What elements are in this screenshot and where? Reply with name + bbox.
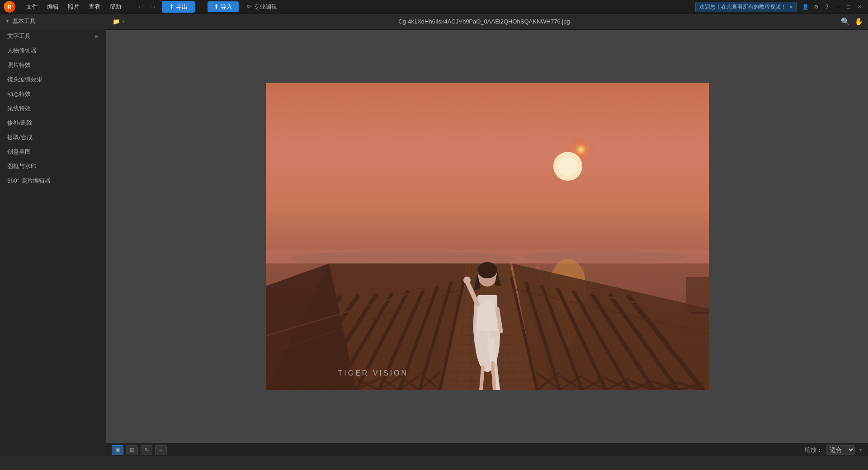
sidebar-item-text-tool[interactable]: 文字工具 ▶ [0,29,106,43]
undo-redo-group: ↩ ↪ [136,1,158,12]
sidebar-item-creative-beauty[interactable]: 创意美图 [0,145,106,159]
sidebar-item-motion-effects[interactable]: 动态特效 [0,87,106,101]
main-area: ▼ 基本工具 文字工具 ▶ 人物修饰器 照片特效 镜头滤镜效果 动态特效 [0,14,868,456]
sidebar-section-basic-tools: ▼ 基本工具 文字工具 ▶ 人物修饰器 照片特效 镜头滤镜效果 动态特效 [0,14,106,188]
menu-bar: 文件 编辑 照片 查看 帮助 [23,2,125,12]
import-icon: ⬆ [214,3,219,10]
view-compare-btn[interactable]: ▤ [126,445,138,455]
view-single-btn[interactable]: ▣ [112,445,123,455]
statusbar: ▣ ▤ ↻ ↔ 缩放： 适合 25% 50% 75% 100% 150% 200… [106,443,868,456]
welcome-close-button[interactable]: × [790,4,793,9]
menu-edit[interactable]: 编辑 [43,2,62,12]
sidebar-item-lens-filter[interactable]: 镜头滤镜效果 [0,72,106,87]
help-button[interactable]: ? [822,2,832,12]
view-flip-btn[interactable]: ↔ [155,445,167,455]
folder-icon: 📁 [113,18,120,25]
mode-tabs: ⬆ 导入 ✏ 专业编辑 [208,1,283,12]
photo-svg: TIGER VISION [266,83,709,390]
welcome-text: 欢迎您！在此查看所有的教程视频！ [699,3,786,11]
canvas-toolbar: 📁 ▼ Cg-4k1XdHh6Ilsk4ACJVb9PaO_0AAEl2QHOh… [106,14,868,30]
export-label: 导出 [176,3,188,11]
import-label: 导入 [221,3,232,11]
sidebar-item-repair-remove[interactable]: 修补/删除 [0,116,106,130]
chevron-right-icon: ▶ [95,34,99,38]
maximize-button[interactable]: □ [844,2,854,12]
tab-import[interactable]: ⬆ 导入 [208,1,239,12]
chevron-down-icon: ▼ [5,19,9,24]
titlebar-right: 欢迎您！在此查看所有的教程视频！ × 👤 ⚙ ? — □ × [695,0,864,14]
tab-pro-edit[interactable]: ✏ 专业编辑 [241,1,283,12]
canvas-toolbar-right: 🔍 ✋ [840,16,864,27]
sidebar-item-frame-watermark[interactable]: 图框与水印 [0,159,106,174]
image-container[interactable]: TIGER VISION TIGER VISION [106,30,868,443]
sidebar-section-header-basic-tools[interactable]: ▼ 基本工具 [0,14,106,29]
canvas-area: 📁 ▼ Cg-4k1XdHh6Ilsk4ACJVb9PaO_0AAEl2QHOh… [106,14,868,456]
sidebar-item-light-effects[interactable]: 光线特效 [0,101,106,116]
menu-view[interactable]: 查看 [85,2,104,12]
export-icon: ⬆ [169,3,174,10]
photo-canvas: TIGER VISION TIGER VISION [266,83,709,390]
close-button[interactable]: × [854,2,864,12]
titlebar: R 文件 编辑 照片 查看 帮助 ↩ ↪ ⬆ 导出 ⬆ 导入 ✏ 专业编辑 欢迎… [0,0,868,14]
redo-button[interactable]: ↪ [147,1,158,12]
statusbar-left: ▣ ▤ ↻ ↔ [112,445,167,455]
sidebar-item-360-editor[interactable]: 360° 照片编辑器 [0,174,106,188]
settings-button[interactable]: ⚙ [811,2,821,12]
statusbar-right: 缩放： 适合 25% 50% 75% 100% 150% 200% ▼ [805,445,863,455]
minimize-button[interactable]: — [833,2,843,12]
zoom-select[interactable]: 适合 25% 50% 75% 100% 150% 200% [826,445,855,455]
hand-tool-button[interactable]: ✋ [854,16,864,27]
sidebar-item-extract-composite[interactable]: 提取/合成 [0,130,106,145]
sidebar-item-photo-effects[interactable]: 照片特效 [0,58,106,72]
app-logo: R [4,1,15,13]
sidebar-item-portrait[interactable]: 人物修饰器 [0,43,106,58]
chevron-down-icon-zoom: ▼ [859,448,863,452]
svg-rect-103 [266,83,709,390]
basic-tools-label: 基本工具 [12,17,36,25]
sidebar: ▼ 基本工具 文字工具 ▶ 人物修饰器 照片特效 镜头滤镜效果 动态特效 [0,14,106,456]
zoom-label: 缩放： [805,446,822,454]
export-button[interactable]: ⬆ 导出 [162,1,195,13]
menu-photo[interactable]: 照片 [64,2,83,12]
folder-dropdown-icon: ▼ [122,19,126,24]
person-icon-btn[interactable]: 👤 [800,2,810,12]
undo-button[interactable]: ↩ [136,1,146,12]
pro-edit-icon: ✏ [247,3,252,10]
folder-button[interactable]: 📁 ▼ [110,17,128,26]
pro-edit-label: 专业编辑 [254,3,277,11]
view-rotate-btn[interactable]: ↻ [141,445,152,455]
welcome-banner: 欢迎您！在此查看所有的教程视频！ × [695,2,797,12]
filename-display: Cg-4k1XdHh6Ilsk4ACJVb9PaO_0AAEl2QHOhSQAK… [132,18,836,25]
titlebar-icon-group: 👤 ⚙ ? — □ × [800,2,864,12]
search-button[interactable]: 🔍 [840,16,851,27]
menu-help[interactable]: 帮助 [106,2,125,12]
menu-file[interactable]: 文件 [23,2,42,12]
undo-redo-section: ↩ ↪ ⬆ 导出 [136,1,195,13]
